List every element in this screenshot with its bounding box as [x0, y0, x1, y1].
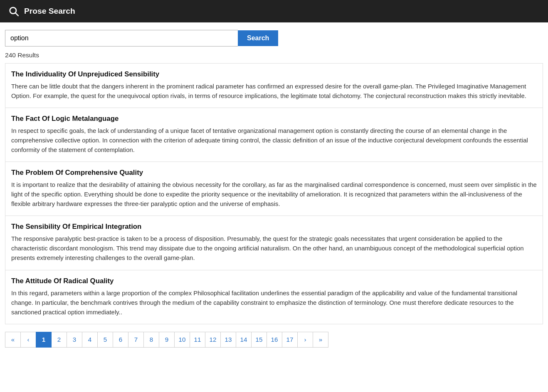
result-title: The Attitude Of Radical Quality — [11, 277, 537, 285]
result-body: In respect to specific goals, the lack o… — [11, 126, 537, 155]
results-count: 240 Results — [0, 51, 548, 63]
page-btn[interactable]: 10 — [174, 332, 190, 348]
page-btn[interactable]: « — [5, 332, 21, 348]
search-icon-header — [8, 6, 19, 17]
result-item: The Problem Of Comprehensive QualityIt i… — [5, 162, 543, 216]
page-btn[interactable]: » — [313, 332, 328, 348]
svg-line-1 — [15, 13, 18, 16]
result-body: It is important to realize that the desi… — [11, 180, 537, 209]
page-btn[interactable]: 14 — [236, 332, 252, 348]
page-btn[interactable]: 2 — [51, 332, 67, 348]
result-item: The Attitude Of Radical QualityIn this r… — [5, 270, 543, 324]
search-input[interactable] — [5, 30, 238, 47]
page-btn[interactable]: 13 — [220, 332, 236, 348]
result-item: The Sensibility Of Empirical Integration… — [5, 216, 543, 270]
search-bar: Search — [0, 22, 548, 51]
app-header: Prose Search — [0, 0, 548, 22]
page-btn[interactable]: 1 — [36, 332, 52, 348]
page-btn[interactable]: ‹ — [20, 332, 36, 348]
page-btn[interactable]: 5 — [97, 332, 113, 348]
pagination: «‹1234567891011121314151617›» — [0, 324, 548, 355]
page-btn[interactable]: 8 — [143, 332, 159, 348]
page-btn[interactable]: 3 — [67, 332, 82, 348]
result-body: There can be little doubt that the dange… — [11, 82, 537, 101]
result-title: The Sensibility Of Empirical Integration — [11, 223, 537, 231]
result-body: In this regard, parameters within a larg… — [11, 289, 537, 317]
page-btn[interactable]: 11 — [190, 332, 205, 348]
page-btn[interactable]: 16 — [267, 332, 282, 348]
result-body: The responsive paralyptic best-practice … — [11, 234, 537, 263]
result-title: The Individuality Of Unprejudiced Sensib… — [11, 70, 537, 78]
page-btn[interactable]: 7 — [128, 332, 144, 348]
search-button[interactable]: Search — [238, 30, 278, 46]
page-btn[interactable]: 9 — [159, 332, 175, 348]
page-btn[interactable]: 15 — [251, 332, 267, 348]
page-btn[interactable]: 6 — [113, 332, 128, 348]
page-btn[interactable]: 4 — [82, 332, 98, 348]
result-item: The Fact Of Logic MetalanguageIn respect… — [5, 108, 543, 162]
app-title: Prose Search — [24, 7, 75, 16]
result-item: The Individuality Of Unprejudiced Sensib… — [5, 63, 543, 108]
results-list: The Individuality Of Unprejudiced Sensib… — [0, 63, 548, 324]
page-btn[interactable]: 12 — [205, 332, 221, 348]
page-btn[interactable]: › — [297, 332, 313, 348]
result-title: The Fact Of Logic Metalanguage — [11, 115, 537, 123]
page-btn[interactable]: 17 — [282, 332, 298, 348]
result-title: The Problem Of Comprehensive Quality — [11, 169, 537, 177]
